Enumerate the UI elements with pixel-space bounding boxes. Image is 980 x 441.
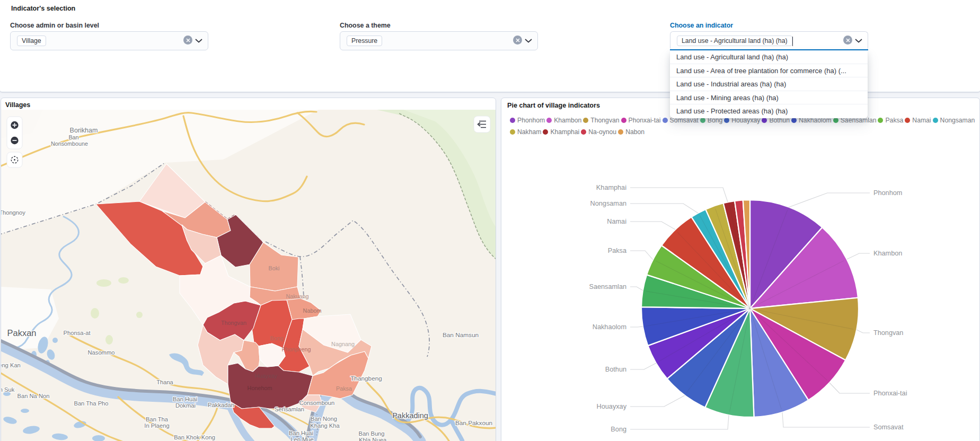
svg-text:Ban Tha: Ban Tha — [146, 416, 169, 422]
svg-text:Thana: Thana — [156, 379, 173, 385]
svg-text:Dokmai: Dokmai — [175, 402, 196, 409]
svg-text:Consomboun: Consomboun — [299, 400, 335, 406]
svg-text:Phonpheng: Phonpheng — [281, 346, 311, 352]
svg-text:Khamphai: Khamphai — [596, 184, 626, 191]
svg-text:Phonhom: Phonhom — [873, 189, 902, 197]
svg-text:Nakuang: Nakuang — [286, 293, 308, 299]
svg-text:Borikham: Borikham — [70, 127, 98, 134]
svg-text:Ban Tha Pho: Ban Tha Pho — [74, 400, 108, 407]
svg-text:Paksa: Paksa — [608, 247, 627, 254]
svg-text:Nasommo: Nasommo — [88, 349, 115, 356]
svg-text:Serisamlan: Serisamlan — [275, 406, 304, 412]
svg-text:Khambon: Khambon — [873, 250, 902, 257]
svg-text:Somsavat: Somsavat — [873, 424, 904, 431]
svg-text:Pakkadan: Pakkadan — [208, 402, 234, 408]
svg-text:Nagnang: Nagnang — [331, 341, 355, 347]
svg-text:Phonsa-at: Phonsa-at — [64, 330, 91, 336]
svg-text:Nabom: Nabom — [303, 307, 322, 314]
svg-text:Honehom: Honehom — [248, 385, 272, 391]
svg-text:Ban Nong: Ban Nong — [311, 416, 337, 422]
svg-text:Pakkading: Pakkading — [392, 411, 428, 420]
svg-text:Ban Na Non: Ban Na Non — [17, 393, 50, 399]
svg-text:Nongsaman: Nongsaman — [590, 200, 626, 207]
svg-text:eng Kan: eng Kan — [1, 362, 21, 368]
svg-text:Huayxay: Huayxay — [255, 373, 278, 379]
svg-text:Pakxan: Pakxan — [7, 328, 36, 338]
svg-text:Thongvan: Thongvan — [873, 329, 903, 337]
svg-text:Khang Kha: Khang Kha — [310, 422, 340, 429]
svg-text:Ban Bung: Ban Bung — [358, 430, 384, 437]
svg-text:n Suk: n Suk — [1, 386, 15, 393]
svg-text:Ban Pakxoun: Ban Pakxoun — [455, 419, 492, 427]
svg-text:Ban Namsun: Ban Namsun — [443, 331, 479, 339]
svg-text:Thongvan: Thongvan — [221, 320, 246, 326]
svg-text:Houayxay: Houayxay — [597, 403, 627, 410]
svg-text:Nonsomboune: Nonsomboune — [51, 140, 88, 147]
svg-text:Bothun: Bothun — [605, 366, 626, 373]
svg-text:Ban Khok Kong: Ban Khok Kong — [174, 434, 215, 440]
svg-text:Ban Huai: Ban Huai — [173, 396, 197, 402]
svg-text:Lep Mue: Lep Mue — [290, 436, 314, 441]
svg-text:Boki: Boki — [268, 265, 279, 271]
svg-text:Ban: Ban — [68, 134, 78, 140]
svg-text:Bong: Bong — [270, 335, 283, 341]
svg-text:Namai: Namai — [607, 218, 626, 225]
svg-text:Phonxai-tai: Phonxai-tai — [873, 390, 907, 397]
svg-text:Thangbeng: Thangbeng — [350, 375, 382, 382]
svg-text:Khla Nuea: Khla Nuea — [359, 437, 387, 441]
svg-text:Bong: Bong — [611, 426, 626, 433]
svg-text:Nakhaolom: Nakhaolom — [593, 323, 626, 331]
svg-text:Paksa: Paksa — [336, 385, 352, 392]
svg-text:Saensamlan: Saensamlan — [589, 283, 626, 290]
svg-text:Thongnoy: Thongnoy — [1, 209, 25, 216]
svg-text:Ban Huai: Ban Huai — [289, 430, 313, 436]
svg-text:In Plaeng: In Plaeng — [144, 422, 169, 429]
